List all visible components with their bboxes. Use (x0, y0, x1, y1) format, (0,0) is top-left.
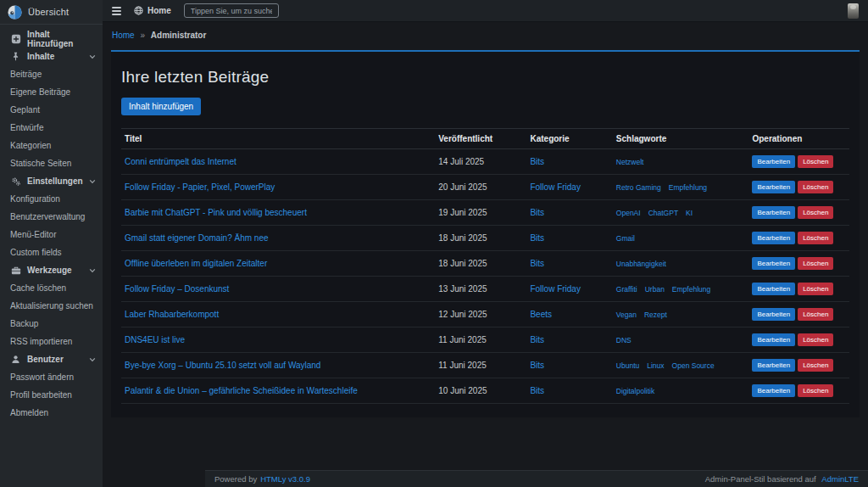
delete-button[interactable]: Löschen (798, 257, 833, 270)
post-title-link[interactable]: Follow Friday - Papier, Pixel, PowerPlay (125, 182, 275, 192)
category-link[interactable]: Bits (530, 386, 544, 395)
tag-link[interactable]: Rezept (644, 311, 667, 319)
sidebar-item-einstellungen[interactable]: Einstellungen (0, 172, 103, 190)
column-header-title: Titel (121, 129, 435, 149)
edit-button[interactable]: Bearbeiten (752, 359, 795, 372)
edit-button[interactable]: Bearbeiten (752, 308, 795, 321)
tag-link[interactable]: Netzwelt (616, 158, 644, 166)
tag-link[interactable]: Gmail (616, 234, 635, 243)
tag-link[interactable]: Open Source (672, 361, 715, 370)
tag-link[interactable]: Vegan (616, 311, 637, 319)
topbar-home-link[interactable]: Home (134, 6, 171, 15)
sidebar-item-beiträge[interactable]: Beiträge (0, 65, 103, 83)
edit-button[interactable]: Bearbeiten (752, 384, 795, 397)
tag-link[interactable]: Empfehlung (672, 285, 710, 294)
edit-button[interactable]: Bearbeiten (752, 181, 795, 193)
sidebar-item-eigene-beiträge[interactable]: Eigene Beiträge (0, 83, 103, 101)
tag-link[interactable]: Linux (647, 361, 664, 370)
sidebar-item-statische-seiten[interactable]: Statische Seiten (0, 154, 103, 172)
post-title-link[interactable]: Conni entrümpelt das Internet (125, 157, 236, 166)
user-avatar[interactable] (848, 3, 859, 19)
post-title-link[interactable]: Offline überleben im digitalen Zeitalter (125, 259, 267, 268)
category-link[interactable]: Follow Friday (530, 182, 580, 192)
sidebar-item-passwort-ändern[interactable]: Passwort ändern (0, 368, 103, 386)
column-header-category: Kategorie (526, 129, 612, 149)
sidebar-item-inhalte[interactable]: Inhalte (0, 48, 103, 65)
tag-link[interactable]: KI (686, 209, 693, 217)
post-title-link[interactable]: DNS4EU ist live (125, 335, 185, 344)
post-title-link[interactable]: Laber Rhabarberkompott (125, 310, 219, 319)
sidebar-item-geplant[interactable]: Geplant (0, 101, 103, 119)
category-link[interactable]: Bits (530, 157, 544, 166)
edit-button[interactable]: Bearbeiten (752, 257, 795, 270)
category-link[interactable]: Bits (530, 233, 544, 243)
delete-button[interactable]: Löschen (798, 283, 833, 295)
page-title: Ihre letzten Beiträge (121, 68, 849, 87)
tag-link[interactable]: Unabhängigkeit (616, 260, 666, 268)
delete-button[interactable]: Löschen (798, 181, 833, 193)
tag-link[interactable]: Retro Gaming (616, 183, 661, 192)
sidebar-item-backup[interactable]: Backup (0, 315, 103, 333)
breadcrumb-home-link[interactable]: Home (112, 31, 135, 40)
edit-button[interactable]: Bearbeiten (752, 155, 795, 168)
delete-button[interactable]: Löschen (798, 359, 833, 372)
tag-link[interactable]: Graffiti (616, 285, 637, 294)
sidebar-item-werkzeuge[interactable]: Werkzeuge (0, 261, 103, 279)
category-link[interactable]: Bits (530, 259, 544, 268)
edit-button[interactable]: Bearbeiten (752, 333, 795, 346)
sidebar-item-profil-bearbeiten[interactable]: Profil bearbeiten (0, 386, 103, 404)
sidebar-item-abmelden[interactable]: Abmelden (0, 404, 103, 422)
tag-link[interactable]: OpenAI (616, 209, 641, 217)
category-link[interactable]: Bits (530, 208, 544, 217)
operations-cell: BearbeitenLöschen (748, 327, 849, 353)
category-link[interactable]: Follow Friday (530, 284, 580, 294)
topbar: Home (103, 0, 868, 22)
sidebar-item-konfiguration[interactable]: Konfiguration (0, 190, 103, 208)
sidebar-item-menü-editor[interactable]: Menü-Editor (0, 226, 103, 244)
table-row: Laber Rhabarberkompott12 Juni 2025BeetsV… (121, 302, 849, 327)
footer-htmly-link[interactable]: HTMLy v3.0.9 (260, 474, 310, 484)
sidebar-item-benutzer[interactable]: Benutzer (0, 350, 103, 368)
sidebar-item-label: Aktualisierung suchen (10, 301, 93, 311)
category-link[interactable]: Bits (530, 335, 544, 344)
edit-button[interactable]: Bearbeiten (752, 232, 795, 244)
post-title-link[interactable]: Gmail statt eigener Domain? Ähm nee (125, 233, 269, 243)
table-row: Conni entrümpelt das Internet14 Juli 202… (121, 149, 849, 175)
delete-button[interactable]: Löschen (798, 232, 833, 244)
sidebar-item-kategorien[interactable]: Kategorien (0, 137, 103, 154)
category-link[interactable]: Bits (530, 361, 544, 370)
post-title-link[interactable]: Follow Friday – Dosenkunst (125, 284, 229, 294)
delete-button[interactable]: Löschen (798, 155, 833, 168)
tag-link[interactable]: Empfehlung (669, 183, 707, 192)
delete-button[interactable]: Löschen (798, 308, 833, 321)
tag-link[interactable]: DNS (616, 336, 632, 344)
edit-button[interactable]: Bearbeiten (752, 283, 795, 295)
delete-button[interactable]: Löschen (798, 206, 833, 219)
sidebar-item-entwürfe[interactable]: Entwürfe (0, 119, 103, 137)
sidebar-item-inhalt-hinzufügen[interactable]: Inhalt Hinzufügen (0, 30, 103, 48)
sidebar-item-benutzerverwaltung[interactable]: Benutzerverwaltung (0, 208, 103, 226)
delete-button[interactable]: Löschen (798, 384, 833, 397)
brand[interactable]: Übersicht (0, 0, 103, 25)
tag-link[interactable]: Ubuntu (616, 361, 639, 370)
post-title-link[interactable]: Bye-bye Xorg – Ubuntu 25.10 setzt voll a… (125, 361, 320, 370)
category-link[interactable]: Beets (530, 310, 552, 319)
footer-adminlte-link[interactable]: AdminLTE (821, 474, 859, 484)
tag-link[interactable]: ChatGPT (648, 209, 678, 217)
hamburger-icon[interactable] (112, 5, 121, 17)
sidebar-item-label: Profil bearbeiten (10, 390, 72, 400)
tag-link[interactable]: Urban (645, 285, 665, 294)
post-title-link[interactable]: Barbie mit ChatGPT - Pink und völlig bes… (125, 208, 307, 217)
published-date: 18 Juni 2025 (435, 251, 526, 277)
sidebar-item-custom-fields[interactable]: Custom fields (0, 244, 103, 261)
delete-button[interactable]: Löschen (798, 333, 833, 346)
edit-button[interactable]: Bearbeiten (752, 206, 795, 219)
sidebar-item-aktualisierung-suchen[interactable]: Aktualisierung suchen (0, 297, 103, 315)
tag-link[interactable]: Digitalpolitik (616, 387, 654, 395)
search-input[interactable] (184, 3, 279, 18)
category-cell: Bits (526, 251, 612, 277)
sidebar-item-rss-importieren[interactable]: RSS importieren (0, 333, 103, 350)
post-title-link[interactable]: Palantir & die Union – gefährliche Schei… (125, 386, 358, 395)
sidebar-item-cache-löschen[interactable]: Cache löschen (0, 279, 103, 297)
add-content-button[interactable]: Inhalt hinzufügen (121, 98, 201, 115)
